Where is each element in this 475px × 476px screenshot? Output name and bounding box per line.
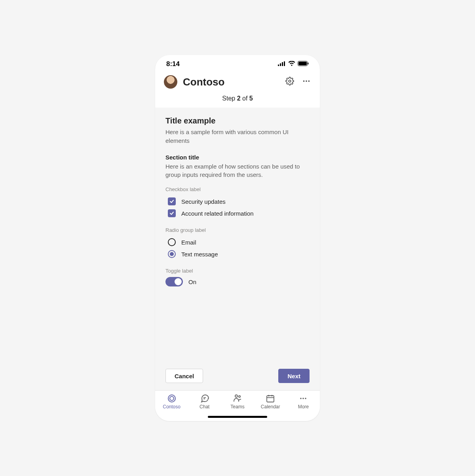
app-title: Contoso (183, 76, 279, 88)
step-current: 2 (237, 95, 241, 102)
svg-point-11 (168, 395, 175, 402)
checkbox-group: Checkbox label Security updates Account … (165, 186, 310, 219)
checkbox-label: Account related information (181, 210, 254, 217)
header: Contoso (155, 73, 320, 93)
more-horizontal-icon (302, 77, 311, 87)
radio-group: Radio group label Email Text message (165, 227, 310, 260)
nav-chat[interactable]: Chat (191, 394, 218, 410)
battery-icon (298, 60, 309, 68)
nav-contoso[interactable]: Contoso (158, 394, 186, 410)
nav-teams[interactable]: Teams (224, 394, 251, 410)
next-button[interactable]: Next (278, 369, 310, 383)
home-indicator[interactable] (208, 416, 267, 418)
checkbox-checked-icon (168, 197, 176, 205)
nav-calendar[interactable]: Calendar (256, 394, 284, 410)
svg-point-21 (300, 398, 302, 399)
more-button[interactable] (302, 77, 311, 87)
avatar[interactable] (164, 75, 177, 89)
checkbox-group-label: Checkbox label (165, 186, 310, 192)
teams-icon (233, 394, 242, 403)
calendar-icon (266, 394, 275, 403)
svg-point-9 (306, 80, 307, 82)
toggle-thumb (175, 278, 182, 285)
svg-point-23 (305, 398, 307, 399)
nav-label: Contoso (163, 404, 180, 410)
settings-button[interactable] (285, 77, 294, 87)
svg-rect-17 (267, 396, 274, 402)
section-title: Section title (165, 154, 310, 161)
radio-group-label: Radio group label (165, 227, 310, 233)
nav-label: Chat (200, 404, 209, 410)
svg-rect-1 (280, 63, 281, 66)
checkbox-label: Security updates (181, 198, 226, 205)
svg-rect-3 (284, 61, 285, 66)
chat-icon (200, 394, 209, 403)
toggle-group: Toggle label On (165, 268, 310, 286)
svg-point-16 (239, 396, 240, 397)
cancel-button[interactable]: Cancel (165, 369, 203, 383)
nav-label: Calendar (261, 404, 280, 410)
svg-rect-5 (298, 62, 307, 65)
checkbox-account-info[interactable]: Account related information (165, 207, 310, 219)
page-description: Here is a sample form with various commo… (165, 128, 310, 145)
svg-point-7 (289, 80, 291, 82)
section-description: Here is an example of how sections can b… (165, 162, 310, 180)
wifi-icon (288, 60, 295, 68)
radio-label: Email (181, 239, 196, 246)
radio-email[interactable]: Email (165, 236, 310, 248)
toggle-group-label: Toggle label (165, 268, 310, 274)
nav-label: More (298, 404, 309, 410)
svg-point-22 (303, 398, 304, 399)
content-area: Title example Here is a sample form with… (155, 108, 320, 369)
status-bar: 8:14 (155, 55, 320, 73)
radio-unselected-icon (168, 238, 176, 246)
page-title: Title example (165, 116, 310, 125)
step-indicator: Step 2 of 5 (155, 93, 320, 108)
radio-text-message[interactable]: Text message (165, 248, 310, 260)
radio-label: Text message (181, 251, 218, 258)
svg-point-8 (303, 80, 305, 82)
gear-icon (285, 77, 294, 87)
nav-more[interactable]: More (289, 394, 317, 410)
svg-rect-2 (282, 62, 283, 66)
status-time: 8:14 (166, 60, 180, 68)
nav-label: Teams (230, 404, 244, 410)
svg-point-10 (308, 80, 310, 82)
phone-frame: 8:14 Contoso (155, 55, 320, 421)
svg-rect-0 (278, 64, 279, 66)
svg-point-12 (170, 396, 174, 400)
toggle-switch[interactable] (165, 277, 183, 286)
svg-point-15 (235, 395, 238, 397)
checkbox-security-updates[interactable]: Security updates (165, 195, 310, 207)
checkbox-checked-icon (168, 209, 176, 217)
contoso-icon (167, 394, 177, 403)
more-horizontal-icon (298, 394, 308, 403)
step-total: 5 (249, 95, 253, 102)
svg-rect-6 (308, 63, 309, 64)
button-row: Cancel Next (155, 369, 320, 390)
radio-selected-icon (168, 250, 176, 258)
toggle-state-label: On (188, 279, 196, 285)
cellular-icon (278, 60, 286, 68)
